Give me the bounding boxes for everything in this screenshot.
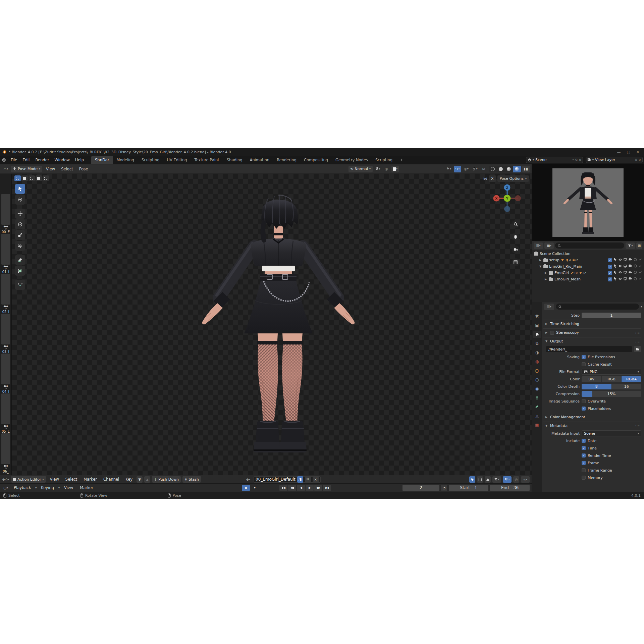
menu-render[interactable]: Render	[33, 156, 52, 164]
jump-to-start-icon[interactable]: ▮◀	[279, 485, 287, 491]
shading-wireframe-icon[interactable]	[489, 166, 497, 172]
proportional-edit-icon[interactable]: ◎	[383, 166, 390, 172]
properties-options-icon[interactable]: ▾	[641, 305, 642, 308]
tool-cursor-icon[interactable]	[15, 195, 25, 205]
outliner-filter-icon[interactable]: ▾	[626, 243, 635, 249]
hide-viewport-icon[interactable]	[618, 258, 622, 263]
mirror-x-icon[interactable]: ⋈	[483, 176, 487, 181]
scene-selector[interactable]: ▾ Scene ⌖ ⧉ ×	[526, 157, 583, 163]
record-options-icon[interactable]: ▾	[251, 485, 259, 491]
action-strip-item[interactable]: ◆▪◆◇01_I	[0, 234, 11, 274]
workspace-tab-scripting[interactable]: Scripting	[372, 156, 396, 164]
output-path-field[interactable]: //Render\_	[546, 346, 632, 352]
gizmos-icon[interactable]: ↪▾	[454, 166, 461, 172]
navigation-gizmo[interactable]: Z X Y	[492, 183, 522, 213]
disable-viewport-icon[interactable]	[623, 270, 627, 275]
shading-rendered-icon[interactable]	[513, 166, 521, 172]
cache-result-checkbox[interactable]: Cache Result	[582, 362, 612, 367]
viewport-menu-select[interactable]: Select	[59, 167, 75, 171]
object-row-emogirl[interactable]: ▶ EmoGirl 10 22 ✓	[533, 270, 643, 276]
ds-select-pointer-icon[interactable]	[469, 476, 475, 483]
current-frame-field[interactable]: 2	[402, 485, 439, 491]
action-id-icon[interactable]: ◆▾	[245, 476, 252, 483]
tab-modifiers-icon[interactable]: ◴	[533, 376, 541, 383]
push-down-button[interactable]: ⭳Push Down	[152, 476, 181, 483]
workspace-tab-animation[interactable]: Animation	[246, 156, 273, 164]
tab-animation-icon[interactable]: ◬	[533, 413, 541, 419]
depth-8-button[interactable]: 8	[582, 384, 612, 389]
ds-filter-icon[interactable]: ▾	[492, 476, 501, 483]
select-mode-new[interactable]	[21, 175, 28, 181]
tab-view-layer-icon[interactable]: ⧉	[533, 340, 541, 347]
overwrite-checkbox[interactable]: Overwrite	[582, 399, 606, 404]
ds-proportional-icon[interactable]: ◎	[513, 476, 519, 483]
disable-render-icon[interactable]	[628, 270, 632, 275]
properties-search-input[interactable]	[556, 304, 639, 310]
disable-render-icon[interactable]	[628, 264, 632, 269]
scene-collection-row[interactable]: Scene Collection	[533, 251, 643, 257]
holdout-icon[interactable]	[633, 277, 637, 282]
pose-options-dropdown[interactable]: Pose Options ▾	[497, 175, 529, 182]
shading-solid-icon[interactable]	[497, 166, 505, 172]
tl-menu-marker[interactable]: Marker	[77, 485, 96, 490]
mode-selector[interactable]: Pose Mode ▾	[11, 166, 42, 172]
workspace-tab-sculpting[interactable]: Sculpting	[138, 156, 163, 164]
workspace-tab-geometrynodes[interactable]: Geometry Nodes	[332, 156, 372, 164]
mirror-axis-x-button[interactable]: X	[489, 175, 496, 182]
selectable-icon[interactable]	[613, 277, 617, 282]
include-time-checkbox[interactable]: ✓Time	[582, 446, 597, 450]
selectable-icon[interactable]	[613, 264, 617, 269]
color-rgba-button[interactable]: RGBA	[622, 376, 641, 382]
tab-output-icon[interactable]	[533, 331, 541, 338]
tab-texture-icon[interactable]: ▩	[533, 422, 541, 428]
tool-pose-breakdowner-icon[interactable]	[15, 280, 25, 290]
record-button[interactable]: ●	[242, 485, 250, 491]
tab-object-icon[interactable]: ▢	[533, 367, 541, 374]
menu-file[interactable]: File	[8, 156, 20, 164]
tool-annotate-icon[interactable]	[15, 255, 25, 265]
workspace-tab-uvediting[interactable]: UV Editing	[163, 156, 191, 164]
ds-only-errors-icon[interactable]	[485, 476, 491, 483]
workspace-tab-add[interactable]: +	[396, 156, 407, 164]
workspace-tab-modeling[interactable]: Modeling	[113, 156, 138, 164]
minimize-icon[interactable]: —	[617, 150, 621, 154]
selectable-icon[interactable]	[613, 270, 617, 275]
workspace-tab-shndar[interactable]: ShnDar	[91, 156, 113, 164]
play-icon[interactable]: ▶	[306, 485, 314, 491]
drag-handle-icon[interactable]: ::::	[635, 424, 641, 428]
tool-measure-icon[interactable]	[15, 266, 25, 276]
pan-hand-icon[interactable]	[512, 233, 520, 241]
select-mode-intersect[interactable]	[43, 175, 49, 181]
tool-select-box-icon[interactable]	[15, 184, 25, 194]
viewport-3d[interactable]: ⋈ X Pose Options ▾ Z X	[12, 174, 532, 475]
metadata-panel[interactable]: ▼Metadata ::::	[543, 422, 641, 430]
drag-handle-icon[interactable]: ::::	[635, 340, 641, 343]
step-field[interactable]: 1	[582, 313, 641, 318]
ds-menu-view[interactable]: View	[48, 477, 61, 482]
ds-snap-icon[interactable]: ▾	[503, 476, 512, 483]
hide-viewport-icon[interactable]	[618, 277, 622, 282]
include-frame-checkbox[interactable]: ✓Frame	[582, 461, 599, 465]
ds-menu-marker[interactable]: Marker	[81, 477, 99, 482]
view-layer-selector[interactable]: ▾ View Layer ⧉ ×	[586, 157, 643, 163]
xray-toggle-icon[interactable]: ⧉	[480, 166, 487, 172]
stereoscopy-panel[interactable]: ▶ Stereoscopy ::::	[543, 328, 641, 336]
dopesheet-mode-selector[interactable]: Action Editor ▾	[11, 476, 46, 483]
select-mode-extend[interactable]	[29, 175, 35, 181]
holdout-icon[interactable]	[633, 270, 637, 275]
tab-physics-icon[interactable]: ◉	[533, 385, 541, 392]
expand-icon[interactable]: ▶	[539, 259, 542, 262]
compression-slider[interactable]: 15%	[582, 391, 641, 397]
play-reverse-icon[interactable]: ◀	[297, 485, 305, 491]
collection-row-setup[interactable]: ▶ setup 4 2 ✓	[533, 257, 643, 263]
camera-view-icon[interactable]	[512, 246, 520, 254]
action-name-field[interactable]: 00_EmoGirl_Default ⧸▮ ⧉ ×	[254, 476, 321, 483]
jump-to-end-icon[interactable]: ▶▮	[323, 485, 331, 491]
move-down-icon[interactable]: ▼	[137, 476, 143, 483]
select-mode-subtract[interactable]	[36, 175, 42, 181]
workspace-tab-rendering[interactable]: Rendering	[273, 156, 300, 164]
action-strip-item[interactable]: ◆▪◆◇04_I	[0, 354, 11, 393]
tab-world-icon[interactable]: ◍	[533, 358, 541, 365]
editor-type-icon[interactable]: ⧊▾	[2, 166, 9, 172]
ds-falloff-icon[interactable]: ∿▾	[521, 476, 530, 483]
